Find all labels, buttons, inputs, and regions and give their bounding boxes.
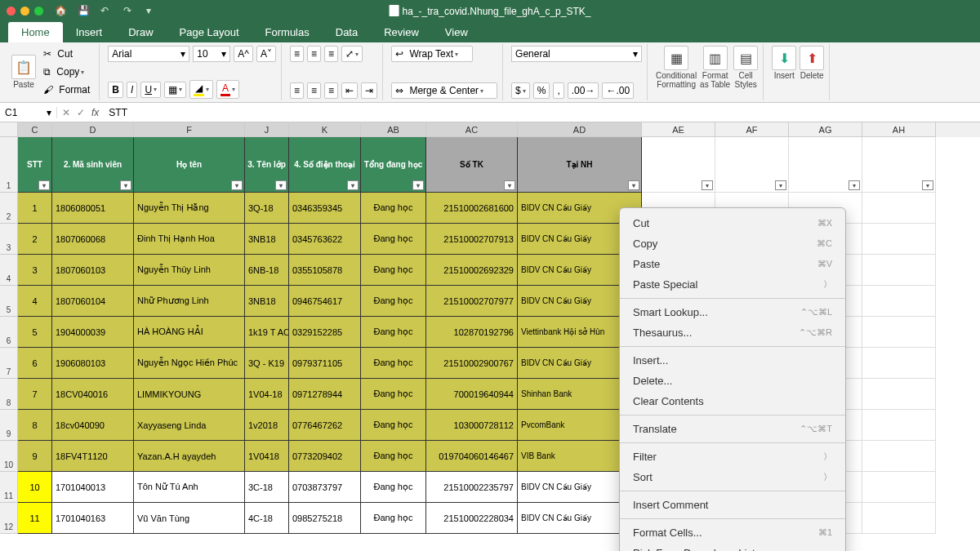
- filter-icon[interactable]: ▾: [849, 180, 860, 190]
- tab-review[interactable]: Review: [371, 22, 432, 42]
- cell-hoten[interactable]: Xayyaseng Linda: [134, 410, 245, 441]
- cell-tong[interactable]: Đang học: [361, 379, 426, 410]
- header-empty[interactable]: ▾: [789, 137, 862, 193]
- cell-sdt[interactable]: 0979371105: [289, 348, 361, 379]
- cell-msv[interactable]: 1904000039: [52, 317, 134, 348]
- cell-msv[interactable]: 18FV4T1120: [52, 441, 134, 472]
- tab-home[interactable]: Home: [8, 22, 63, 42]
- cell-hoten[interactable]: Nguyễn Thị Hằng: [134, 193, 245, 224]
- context-menu-item[interactable]: Clear Contents: [620, 391, 845, 411]
- cell-stk[interactable]: 21510002900767: [426, 348, 518, 379]
- align-right-button[interactable]: ≡: [324, 82, 338, 99]
- cell-stk[interactable]: 102870192796: [426, 317, 518, 348]
- tab-draw[interactable]: Draw: [115, 22, 166, 42]
- cell-hoten[interactable]: Nhữ Phương Linh: [134, 286, 245, 317]
- comma-button[interactable]: ,: [553, 82, 564, 99]
- cell-empty[interactable]: [862, 317, 936, 348]
- filter-icon[interactable]: ▾: [38, 180, 50, 190]
- conditional-formatting-button[interactable]: ▦Conditional Formatting: [656, 46, 697, 89]
- row-number[interactable]: 8: [0, 379, 18, 410]
- cell-msv[interactable]: 18CV040016: [52, 379, 134, 410]
- cell-stk[interactable]: 21510002681600: [426, 193, 518, 224]
- cell-stt[interactable]: 4: [18, 286, 52, 317]
- col-header[interactable]: J: [245, 122, 289, 137]
- cell-hoten[interactable]: Nguyễn Thùy Linh: [134, 255, 245, 286]
- col-header[interactable]: AF: [715, 122, 789, 137]
- tab-view[interactable]: View: [432, 22, 481, 42]
- col-header[interactable]: F: [134, 122, 245, 137]
- cell-msv[interactable]: 1807060104: [52, 286, 134, 317]
- filter-icon[interactable]: ▾: [628, 180, 639, 190]
- context-menu-item[interactable]: Insert...: [620, 350, 845, 371]
- header-tong[interactable]: Tổng đang học▾: [361, 137, 426, 193]
- cell-stk[interactable]: 019704060146467: [426, 441, 518, 472]
- cell-tong[interactable]: Đang học: [361, 348, 426, 379]
- cell-tong[interactable]: Đang học: [361, 224, 426, 255]
- align-bottom-button[interactable]: ≡: [324, 46, 338, 62]
- context-menu-item[interactable]: Thesaurus...⌃⌥⌘R: [620, 322, 845, 343]
- cell-lop[interactable]: 6NB-18: [245, 255, 289, 286]
- cell-msv[interactable]: 1807060068: [52, 224, 134, 255]
- cell-msv[interactable]: 1701040163: [52, 503, 134, 534]
- cell-hoten[interactable]: Yazan.A.H ayaydeh: [134, 441, 245, 472]
- cell-stk[interactable]: 700019640944: [426, 379, 518, 410]
- col-header[interactable]: AB: [361, 122, 426, 137]
- italic-button[interactable]: I: [127, 82, 137, 98]
- cell-stt[interactable]: 10: [18, 472, 52, 503]
- name-box[interactable]: C1▾: [0, 107, 57, 118]
- tab-data[interactable]: Data: [323, 22, 371, 42]
- cell-stt[interactable]: 8: [18, 410, 52, 441]
- tab-insert[interactable]: Insert: [63, 22, 116, 42]
- delete-cells-button[interactable]: ⬆Delete: [800, 46, 824, 80]
- cell-lop[interactable]: 1V0418: [245, 441, 289, 472]
- paste-button[interactable]: 📋 Paste: [11, 55, 36, 89]
- row-number[interactable]: 1: [0, 137, 18, 193]
- context-menu-item[interactable]: Paste⌘V: [620, 254, 845, 274]
- cell-tong[interactable]: Đang học: [361, 410, 426, 441]
- cell-hoten[interactable]: Đinh Thị Hạnh Hoa: [134, 224, 245, 255]
- row-number[interactable]: 7: [0, 348, 18, 379]
- col-header[interactable]: AC: [426, 122, 518, 137]
- context-menu-item[interactable]: Translate⌃⌥⌘T: [620, 419, 845, 439]
- cell-lop[interactable]: 4C-18: [245, 503, 289, 534]
- font-color-button[interactable]: A▾: [216, 80, 239, 99]
- font-name-select[interactable]: Arial▾: [108, 46, 189, 62]
- cell-tong[interactable]: Đang học: [361, 472, 426, 503]
- row-number[interactable]: 3: [0, 224, 18, 255]
- cell-stt[interactable]: 9: [18, 441, 52, 472]
- cell-stt[interactable]: 7: [18, 379, 52, 410]
- row-number[interactable]: 6: [0, 317, 18, 348]
- cell-hoten[interactable]: LIMMIKYOUNG: [134, 379, 245, 410]
- cell-tong[interactable]: Đang học: [361, 441, 426, 472]
- cell-stk[interactable]: 21510002692329: [426, 255, 518, 286]
- col-header[interactable]: D: [52, 122, 134, 137]
- cell-sdt[interactable]: 0329152285: [289, 317, 361, 348]
- borders-button[interactable]: ▦▾: [164, 82, 186, 98]
- decrease-font-button[interactable]: A˅: [256, 46, 276, 62]
- context-menu-item[interactable]: Pick From Drop-down List...: [620, 543, 845, 551]
- underline-button[interactable]: U▾: [140, 82, 161, 98]
- cell-tong[interactable]: Đang học: [361, 503, 426, 534]
- cell-lop[interactable]: 3Q - K19: [245, 348, 289, 379]
- save-icon[interactable]: 💾: [78, 5, 89, 16]
- row-number[interactable]: 4: [0, 255, 18, 286]
- home-icon[interactable]: 🏠: [55, 5, 66, 16]
- cell-sdt[interactable]: 0985275218: [289, 503, 361, 534]
- row-number[interactable]: 9: [0, 410, 18, 441]
- select-all-corner[interactable]: [0, 122, 18, 137]
- row-number[interactable]: 10: [0, 441, 18, 472]
- filter-icon[interactable]: ▾: [775, 180, 786, 190]
- col-header[interactable]: C: [18, 122, 52, 137]
- cell-tong[interactable]: Đang học: [361, 317, 426, 348]
- cell-lop[interactable]: 3C-18: [245, 472, 289, 503]
- filter-icon[interactable]: ▾: [347, 180, 359, 190]
- increase-decimal-button[interactable]: .00→: [568, 82, 599, 99]
- context-menu-item[interactable]: Sort〉: [620, 467, 845, 487]
- context-menu-item[interactable]: Smart Lookup...⌃⌥⌘L: [620, 302, 845, 322]
- close-window-button[interactable]: [7, 7, 16, 16]
- cell-sdt[interactable]: 0346359345: [289, 193, 361, 224]
- cell-hoten[interactable]: Tôn Nữ Tú Anh: [134, 472, 245, 503]
- cell-empty[interactable]: [862, 286, 936, 317]
- cell-empty[interactable]: [862, 255, 936, 286]
- cell-stk[interactable]: 21510002707913: [426, 224, 518, 255]
